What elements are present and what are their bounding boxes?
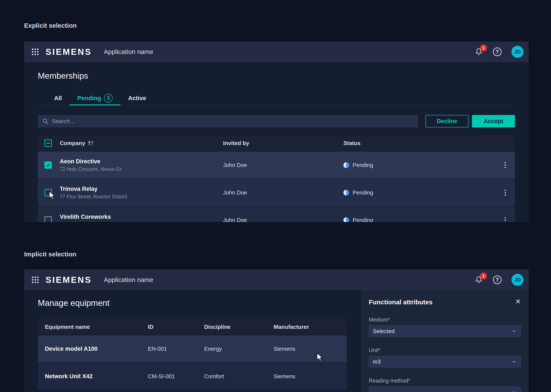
toolbar: Decline Accept bbox=[38, 115, 515, 127]
status-label: Pending bbox=[353, 162, 373, 168]
unit-select[interactable]: m3 bbox=[369, 356, 521, 367]
functional-attributes-panel: Functional attributes ✕ Medium* Selected… bbox=[361, 290, 529, 392]
column-header-company[interactable]: Company bbox=[60, 140, 223, 147]
decline-button[interactable]: Decline bbox=[425, 115, 468, 127]
medium-select[interactable]: Selected bbox=[369, 325, 521, 337]
chevron-down-icon bbox=[511, 389, 517, 392]
tab-bar: All Pending 3 Active bbox=[38, 92, 515, 105]
equipment-window: SIEMENS Application name 1 ? JD Manage e… bbox=[24, 269, 529, 392]
table-row[interactable]: Trinova Relay 77 Flux Street, Reactor Di… bbox=[38, 179, 515, 206]
company-address: 72 Holo Crescent, Nexus Gr bbox=[60, 166, 223, 172]
app-name: Application name bbox=[104, 276, 153, 283]
user-avatar[interactable]: JD bbox=[511, 46, 523, 58]
equipment-name: Network Unit X42 bbox=[38, 373, 148, 380]
table-row[interactable]: Device model A100 EN-001 Energy Siemens bbox=[38, 335, 347, 362]
tab-all[interactable]: All bbox=[46, 92, 70, 105]
tab-label: Active bbox=[128, 95, 146, 102]
memberships-window: SIEMENS Application name 1 ? JD Membersh… bbox=[24, 42, 529, 222]
field-medium: Medium* Selected bbox=[369, 317, 521, 337]
field-reading-method: Reading method* bbox=[369, 378, 521, 392]
field-label: Unit* bbox=[369, 347, 521, 353]
equipment-name: Device model A100 bbox=[38, 346, 148, 352]
question-mark-icon: ? bbox=[495, 277, 499, 283]
page-title: Memberships bbox=[38, 62, 515, 81]
notification-badge: 1 bbox=[480, 273, 487, 279]
section-label-implicit: Implicit selection bbox=[24, 251, 76, 258]
row-menu-button[interactable] bbox=[495, 189, 515, 196]
equipment-table: Equipment name ID Discipline Manufacture… bbox=[38, 319, 347, 390]
tab-pending[interactable]: Pending 3 bbox=[70, 92, 120, 105]
close-icon[interactable]: ✕ bbox=[515, 298, 521, 305]
panel-title: Functional attributes bbox=[369, 298, 432, 306]
equipment-id: EN-001 bbox=[148, 346, 204, 352]
chevron-down-icon bbox=[511, 359, 517, 364]
table-row[interactable]: Virelith Coreworks John Doe Pending bbox=[38, 206, 515, 222]
status-label: Pending bbox=[353, 217, 373, 222]
select-value: m3 bbox=[373, 358, 381, 365]
app-switcher-icon[interactable] bbox=[31, 276, 39, 284]
checkmark-icon bbox=[46, 162, 51, 168]
memberships-body: Memberships All Pending 3 Active bbox=[24, 62, 529, 222]
table-row[interactable]: Network Unit X42 CM-SI-001 Comfort Sieme… bbox=[38, 362, 347, 390]
siemens-logo: SIEMENS bbox=[46, 47, 92, 57]
reading-method-select[interactable] bbox=[369, 386, 521, 392]
help-button[interactable]: ? bbox=[493, 275, 502, 284]
select-all-checkbox[interactable] bbox=[44, 140, 52, 147]
invited-by: John Doe bbox=[223, 162, 343, 168]
user-avatar[interactable]: JD bbox=[511, 274, 523, 286]
accept-button[interactable]: Accept bbox=[472, 115, 515, 127]
equipment-manufacturer: Siemens bbox=[273, 346, 347, 352]
status-label: Pending bbox=[353, 189, 373, 196]
sort-ascending-icon bbox=[88, 140, 94, 146]
invited-by: John Doe bbox=[223, 189, 343, 196]
search-input[interactable] bbox=[52, 118, 414, 125]
question-mark-icon: ? bbox=[495, 49, 499, 55]
notifications-button[interactable]: 1 bbox=[474, 48, 483, 56]
company-address bbox=[60, 222, 223, 222]
table-row[interactable]: Aeon Directive 72 Holo Crescent, Nexus G… bbox=[38, 151, 515, 179]
company-address: 77 Flux Street, Reactor District bbox=[60, 194, 223, 200]
row-menu-button[interactable] bbox=[495, 162, 515, 168]
company-name: Virelith Coreworks bbox=[60, 214, 223, 220]
tab-label: Pending bbox=[77, 95, 101, 102]
tab-label: All bbox=[54, 95, 62, 102]
section-label-explicit: Explicit selection bbox=[24, 22, 77, 29]
notification-badge: 1 bbox=[480, 44, 487, 51]
row-checkbox[interactable] bbox=[44, 161, 52, 169]
app-switcher-icon[interactable] bbox=[31, 48, 39, 56]
chevron-down-icon bbox=[511, 328, 517, 334]
pending-status-icon bbox=[343, 217, 349, 222]
row-menu-button[interactable] bbox=[495, 217, 515, 222]
app-header: SIEMENS Application name 1 ? JD bbox=[24, 42, 529, 62]
company-name: Aeon Directive bbox=[60, 158, 223, 165]
table-header-row: Equipment name ID Discipline Manufacture… bbox=[38, 319, 347, 335]
siemens-logo: SIEMENS bbox=[46, 275, 92, 285]
tab-active[interactable]: Active bbox=[120, 92, 154, 105]
pending-status-icon bbox=[343, 190, 349, 196]
invited-by: John Doe bbox=[223, 217, 343, 222]
column-header-invited-by: Invited by bbox=[223, 140, 343, 147]
equipment-id: CM-SI-001 bbox=[148, 373, 204, 380]
app-name: Application name bbox=[104, 48, 153, 56]
table-header-row: Company Invited by Status bbox=[38, 135, 515, 151]
column-header-status: Status bbox=[343, 140, 495, 147]
indeterminate-mark-icon bbox=[46, 143, 50, 144]
notifications-button[interactable]: 1 bbox=[474, 275, 483, 284]
equipment-discipline: Comfort bbox=[204, 373, 273, 380]
column-header-equipment-name: Equipment name bbox=[38, 324, 148, 330]
column-header-discipline: Discipline bbox=[204, 324, 273, 330]
equipment-discipline: Energy bbox=[204, 346, 273, 352]
row-checkbox[interactable] bbox=[44, 217, 52, 222]
app-header: SIEMENS Application name 1 ? JD bbox=[24, 269, 529, 290]
pending-status-icon bbox=[343, 162, 349, 168]
search-box[interactable] bbox=[38, 115, 418, 127]
field-label: Reading method* bbox=[369, 378, 521, 383]
row-checkbox[interactable] bbox=[44, 189, 52, 196]
equipment-body: Manage equipment Equipment name ID Disci… bbox=[24, 290, 529, 392]
tab-count-badge: 3 bbox=[104, 94, 113, 103]
help-button[interactable]: ? bbox=[493, 48, 502, 56]
column-header-manufacturer: Manufacturer bbox=[273, 324, 347, 330]
field-unit: Unit* m3 bbox=[369, 347, 521, 367]
company-name: Trinova Relay bbox=[60, 186, 223, 192]
column-header-id: ID bbox=[148, 324, 204, 330]
